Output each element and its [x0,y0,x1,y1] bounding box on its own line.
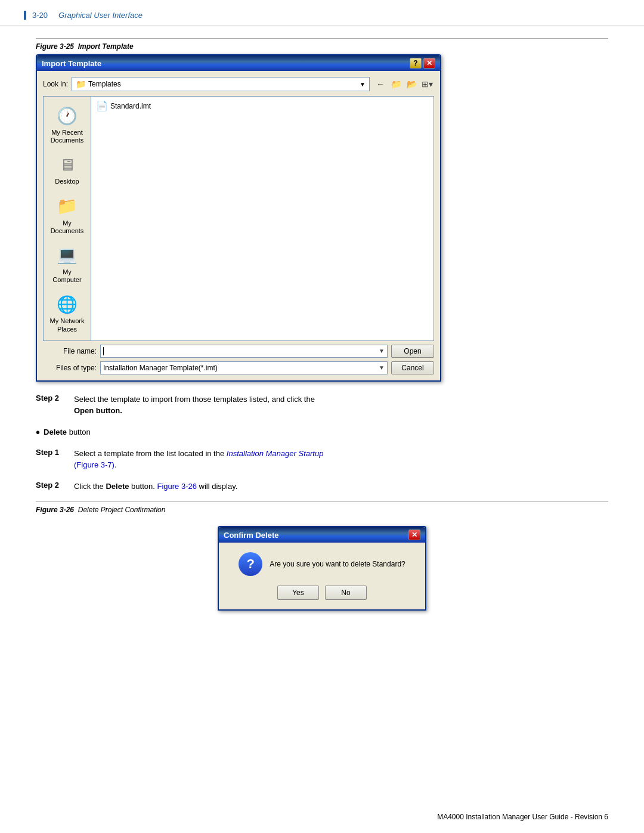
bullet-icon: • [36,426,40,438]
figure26-caption: Delete Project Confirmation [78,506,166,514]
step2-delete-line: Step 2 Click the Delete button. Figure 3… [36,481,608,493]
views-button[interactable]: ⊞▾ [420,77,434,91]
my-computer-label: My Computer [48,268,86,284]
delete-bullet-section: • Delete button [36,426,608,438]
folder-icon: 📁 [76,79,86,89]
up-folder-button[interactable]: 📁 [389,77,403,91]
my-documents-icon: 📁 [55,194,79,218]
desktop-icon: 🖥 [55,153,79,176]
figure26-divider [36,501,608,502]
my-network-icon: 🌐 [55,292,79,316]
filetype-label: Files of type: [43,364,97,372]
import-template-dialog-container: Import Template ? ✕ Look in: 📁 Templates… [36,54,608,382]
delete-label-suffix: button [67,428,91,436]
step2-import-label: Step 2 [36,394,66,402]
step2-delete-section: Step 2 Click the Delete button. Figure 3… [36,481,608,493]
file-item[interactable]: 📄 Standard.imt [94,99,431,113]
nav-my-documents[interactable]: 📁 My Documents [46,192,89,237]
page-footer: MA4000 Installation Manager User Guide -… [437,813,608,821]
recent-documents-icon: 🕐 [55,104,79,128]
dropdown-arrow-icon: ▼ [360,81,366,88]
figure-26-label: Figure 3-26 Delete Project Confirmation [36,506,608,514]
figure-3-7-link[interactable]: (Figure 3-7) [74,460,114,469]
step2-delete-text: Click the Delete button. Figure 3-26 wil… [74,481,237,493]
step2-delete-label: Step 2 [36,481,66,490]
filetype-dropdown[interactable]: Installation Manager Template(*.imt) ▼ [100,361,388,374]
places-sidebar: 🕐 My RecentDocuments 🖥 Desktop 📁 My Docu… [44,97,91,340]
confirm-question-icon: ? [239,552,262,576]
confirm-message: Are you sure you want to delete Standard… [270,559,405,569]
step2-import-section: Step 2 Select the template to import fro… [36,394,608,417]
lookin-bar: Look in: 📁 Templates ▼ ← 📁 📂 ⊞▾ [43,77,434,91]
cancel-button[interactable]: Cancel [391,361,434,374]
file-browser: 🕐 My RecentDocuments 🖥 Desktop 📁 My Docu… [43,96,434,341]
my-computer-icon: 💻 [55,243,79,267]
input-dropdown-arrow: ▼ [379,348,385,354]
nav-my-network[interactable]: 🌐 My NetworkPlaces [46,290,89,335]
import-template-dialog: Import Template ? ✕ Look in: 📁 Templates… [36,54,441,382]
no-button[interactable]: No [325,586,367,600]
nav-recent-documents[interactable]: 🕐 My RecentDocuments [46,101,89,147]
filetype-dropdown-arrow: ▼ [379,364,385,371]
filename-input[interactable]: ▼ [100,345,388,358]
page-reference: 3-20 Graphical User Interface [24,11,143,20]
filename-row: File name: ▼ Open [43,345,434,358]
delete-label-text: Delete button [44,428,91,436]
nav-desktop[interactable]: 🖥 Desktop [46,150,89,188]
figure-3-7-ref: (Figure 3-7) [74,460,114,469]
close-button[interactable]: ✕ [423,58,435,69]
dialog-title: Import Template [42,59,101,68]
confirm-buttons: Yes No [277,586,367,600]
step2-delete-bold: Delete [106,482,129,491]
question-mark: ? [247,556,255,572]
confirm-content: ? Are you sure you want to delete Standa… [239,552,405,576]
step2-text-middle: button. [129,482,157,491]
step2-import-text: Select the template to import from those… [74,394,315,417]
section-title: Graphical User Interface [58,11,143,20]
step2-text-prefix: Click the [74,482,106,491]
step2-import-line: Step 2 Select the template to import fro… [36,394,608,417]
main-content: Figure 3-25 Import Template Import Templ… [0,38,644,611]
filename-label: File name: [43,347,97,355]
toolbar-icons: ← 📁 📂 ⊞▾ [373,77,434,91]
step1-delete-label: Step 1 [36,448,66,457]
figure-25-label: Figure 3-25 Import Template [36,42,608,51]
my-network-label: My NetworkPlaces [49,317,84,333]
confirm-body: ? Are you sure you want to delete Standa… [219,543,425,609]
section-divider [36,38,608,39]
footer-text: MA4000 Installation Manager User Guide -… [437,813,608,821]
confirm-close-button[interactable]: ✕ [408,529,420,540]
page-header: 3-20 Graphical User Interface [0,0,644,26]
step2-import-text-content: Select the template to import from those… [74,395,315,404]
step1-delete-line: Step 1 Select a template from the list l… [36,448,608,471]
my-documents-label: My Documents [48,219,86,235]
yes-button[interactable]: Yes [277,586,319,600]
desktop-label: Desktop [55,178,79,185]
figure26-number: Figure 3-26 [36,506,74,514]
page-number: 3-20 [32,11,48,20]
back-button[interactable]: ← [373,77,388,91]
lookin-value: Templates [88,80,121,88]
figure-3-26-link[interactable]: Figure 3-26 [157,482,196,491]
nav-my-computer[interactable]: 💻 My Computer [46,241,89,286]
lookin-dropdown[interactable]: 📁 Templates ▼ [72,77,370,91]
step2-import-open-ref: Open button. [74,406,122,415]
step1-text-suffix: . [114,460,117,469]
figure-number: Figure 3-25 [36,42,74,51]
help-button[interactable]: ? [410,58,422,69]
step1-delete-section: Step 1 Select a template from the list l… [36,448,608,471]
recent-documents-label: My RecentDocuments [51,129,84,144]
step1-text-prefix: Select a template from the list located … [74,449,227,458]
titlebar-buttons: ? ✕ [410,58,435,69]
text-cursor [103,347,104,355]
figure-caption: Import Template [78,42,134,51]
step1-delete-text: Select a template from the list located … [74,448,323,471]
open-button[interactable]: Open [391,345,434,358]
delete-bold-label: Delete [44,428,67,436]
new-folder-button[interactable]: 📂 [404,77,419,91]
filetype-value: Installation Manager Template(*.imt) [103,364,218,372]
dialog-titlebar: Import Template ? ✕ [37,55,440,71]
installation-manager-startup-link[interactable]: Installation Manager Startup [227,449,324,458]
file-icon: 📄 [96,100,108,112]
lookin-label: Look in: [43,80,68,88]
